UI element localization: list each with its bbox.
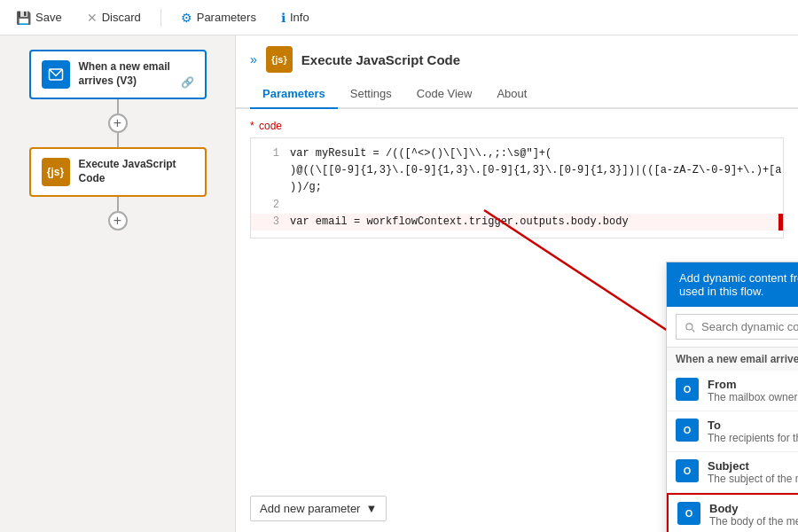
popup-header-text: Add dynamic content from the apps and co… xyxy=(679,271,798,298)
add-param-label: Add new parameter xyxy=(260,502,360,515)
popup-item-to-icon: O xyxy=(676,419,699,442)
action-icon: {js} xyxy=(266,46,293,73)
required-star: * xyxy=(250,120,254,132)
connector-2: + xyxy=(108,197,128,231)
popup-item-from-title: From xyxy=(708,378,798,391)
dynamic-content-popup: Add dynamic content from the apps and co… xyxy=(666,262,798,532)
right-panel: » {js} Execute JavaScript Code Parameter… xyxy=(235,35,798,532)
popup-item-body-icon: O xyxy=(677,502,700,525)
parameters-button[interactable]: Parameters xyxy=(176,7,262,28)
code-line-1: 1 var myResult = /(([^<>()\[\]\\.,;:\s@"… xyxy=(251,145,783,162)
popup-item-to-title: To xyxy=(708,419,798,432)
expand-icon[interactable]: » xyxy=(250,52,257,66)
save-icon xyxy=(16,11,31,25)
link-icon: 🔗 xyxy=(181,76,194,89)
popup-header: Add dynamic content from the apps and co… xyxy=(667,262,798,307)
tabs: Parameters Settings Code View About xyxy=(236,80,798,109)
popup-item-subject[interactable]: O Subject The subject of the message xyxy=(667,452,798,493)
toolbar: Save Discard Parameters Info xyxy=(0,0,798,35)
add-step-end[interactable]: + xyxy=(108,211,128,231)
tab-code-view[interactable]: Code View xyxy=(404,80,485,109)
tab-about[interactable]: About xyxy=(484,80,539,109)
js-node-text: Execute JavaScript Code xyxy=(79,158,194,185)
popup-search-section xyxy=(667,307,798,348)
js-node-title: Execute JavaScript Code xyxy=(79,158,194,185)
save-button[interactable]: Save xyxy=(11,7,67,28)
toolbar-separator xyxy=(160,9,161,27)
code-line-1b: )@((\[[0-9]{1,3}\.[0-9]{1,3}\.[0-9]{1,3}… xyxy=(251,162,783,179)
discard-button[interactable]: Discard xyxy=(82,7,146,28)
tab-parameters[interactable]: Parameters xyxy=(250,80,338,109)
add-step-between[interactable]: + xyxy=(108,113,128,133)
popup-search-input[interactable] xyxy=(676,314,798,340)
connector-1: + xyxy=(108,99,128,147)
flow-line-2 xyxy=(117,133,119,147)
code-line-2: 2 xyxy=(251,197,783,214)
code-block[interactable]: 1 var myResult = /(([^<>()\[\]\\.,;:\s@"… xyxy=(250,137,784,239)
code-label: * code xyxy=(250,120,784,132)
js-node-icon: {js} xyxy=(42,158,70,186)
popup-section-header: When a new email arrives (V3) See more xyxy=(667,348,798,371)
add-param-dropdown[interactable]: Add new parameter ▼ xyxy=(250,496,387,521)
popup-item-subject-desc: The subject of the message xyxy=(708,473,798,485)
right-panel-header: » {js} Execute JavaScript Code xyxy=(236,35,798,73)
js-node[interactable]: {js} Execute JavaScript Code xyxy=(29,147,207,197)
popup-item-to-desc: The recipients for the message xyxy=(708,432,798,444)
email-node-icon xyxy=(42,60,70,89)
email-node[interactable]: When a new email arrives (V3) 🔗 xyxy=(29,50,207,99)
email-node-text: When a new email arrives (V3) xyxy=(79,60,172,88)
flow-line-3 xyxy=(117,197,119,211)
info-icon xyxy=(281,11,286,25)
left-panel: When a new email arrives (V3) 🔗 + {js} E… xyxy=(0,35,235,532)
tab-settings[interactable]: Settings xyxy=(338,80,404,109)
popup-section-title: When a new email arrives (V3) xyxy=(676,353,798,365)
popup-item-from[interactable]: O From The mailbox owner and sender of t… xyxy=(667,371,798,411)
popup-items-container: O From The mailbox owner and sender of t… xyxy=(667,371,798,532)
popup-item-body-title: Body xyxy=(709,502,798,515)
popup-item-subject-icon: O xyxy=(676,459,699,482)
popup-item-from-desc: The mailbox owner and sender of the mess… xyxy=(708,391,798,403)
right-panel-title: Execute JavaScript Code xyxy=(301,52,460,67)
flow-line-1 xyxy=(117,99,119,113)
discard-label: Discard xyxy=(102,11,141,24)
popup-item-subject-title: Subject xyxy=(708,459,798,473)
line-error-indicator xyxy=(778,214,783,231)
popup-item-body[interactable]: O Body The body of the message xyxy=(667,493,798,532)
save-label: Save xyxy=(35,11,62,24)
popup-item-to[interactable]: O To The recipients for the message xyxy=(667,411,798,452)
info-label: Info xyxy=(290,11,309,24)
main-layout: When a new email arrives (V3) 🔗 + {js} E… xyxy=(0,35,798,532)
popup-item-body-desc: The body of the message xyxy=(709,515,798,528)
popup-item-from-icon: O xyxy=(676,378,699,401)
discard-icon xyxy=(87,11,98,25)
code-line-3: 3 var email = workflowContext.trigger.ou… xyxy=(251,214,783,231)
email-node-title: When a new email arrives (V3) xyxy=(79,60,172,88)
code-line-1c: ))/g; xyxy=(251,179,783,196)
params-icon xyxy=(181,11,192,25)
chevron-down-icon: ▼ xyxy=(365,502,377,515)
parameters-label: Parameters xyxy=(197,11,256,24)
info-button[interactable]: Info xyxy=(276,7,315,28)
